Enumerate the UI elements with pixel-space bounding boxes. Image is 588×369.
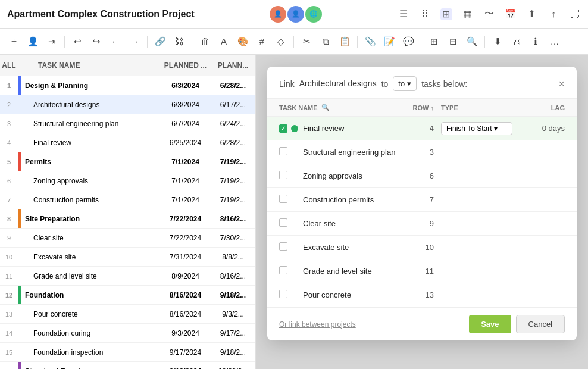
table-row[interactable]: 12 Foundation 8/16/2024 9/18/2...: [0, 286, 255, 305]
col-all[interactable]: ALL: [0, 61, 18, 70]
row-checkbox[interactable]: [279, 266, 291, 276]
attach-button[interactable]: 📎: [361, 33, 379, 51]
table-row[interactable]: 10 Excavate site 7/31/2024 8/8/2...: [0, 248, 255, 267]
diamond-button[interactable]: ◇: [272, 33, 290, 51]
modal-row[interactable]: Grade and level site 11: [267, 259, 577, 283]
table-row[interactable]: 9 Clear site 7/22/2024 7/30/2...: [0, 229, 255, 248]
sep6: [421, 36, 421, 48]
row-checkbox[interactable]: [279, 242, 291, 252]
table-row[interactable]: 13 Pour concrete 8/16/2024 9/3/2...: [0, 305, 255, 324]
row-end: 9/17/2...: [211, 329, 255, 337]
row-checkbox[interactable]: [279, 290, 291, 300]
note-button[interactable]: 📝: [380, 33, 398, 51]
row-name: Architectural designs: [21, 101, 160, 109]
col2-button[interactable]: ⊟: [444, 33, 462, 51]
row-end: 6/28/2...: [211, 82, 255, 90]
paint-button[interactable]: 🎨: [234, 33, 252, 51]
export2-button[interactable]: ⬇: [489, 33, 506, 51]
format-a-button[interactable]: A: [215, 33, 233, 51]
table-row[interactable]: 16 Structural Framing 9/18/2024 10/23/2.…: [0, 362, 255, 369]
cut-button[interactable]: ✂: [298, 33, 315, 51]
modal-row[interactable]: Structural engineering plan 3: [267, 140, 577, 164]
col-planned-end: PLANN...: [211, 61, 255, 70]
row-start: 7/22/2024: [160, 215, 211, 223]
grid-active-icon[interactable]: ⊞: [440, 8, 452, 20]
table-row[interactable]: 4 Final review 6/25/2024 6/28/2...: [0, 133, 255, 152]
modal-row[interactable]: Construction permits 7: [267, 188, 577, 212]
table-row[interactable]: 6 Zoning approvals 7/1/2024 7/19/2...: [0, 171, 255, 190]
add-person-button[interactable]: 👤: [24, 33, 42, 51]
table-row[interactable]: 2 Architectural designs 6/3/2024 6/17/2.…: [0, 95, 255, 114]
table-row[interactable]: 7 Construction permits 7/1/2024 7/19/2..…: [0, 190, 255, 209]
table-row[interactable]: 3 Structural engineering plan 6/7/2024 6…: [0, 114, 255, 133]
outdent-button[interactable]: ←: [107, 33, 124, 51]
more-button[interactable]: …: [546, 33, 564, 51]
info-button[interactable]: ℹ: [527, 33, 545, 51]
table-row[interactable]: 14 Foundation curing 9/3/2024 9/17/2...: [0, 324, 255, 343]
table-row[interactable]: 15 Foundation inspection 9/17/2024 9/18/…: [0, 343, 255, 362]
bar-chart-icon[interactable]: ⠿: [419, 8, 431, 20]
row-number: 1: [0, 82, 18, 89]
search-icon[interactable]: 🔍: [321, 104, 330, 111]
row-end: 9/18/2...: [211, 291, 255, 299]
task-table: ALL TASK NAME PLANNED ... PLANN... 1 Des…: [0, 55, 256, 369]
modal-row-type: Finish To Start ▾: [434, 122, 517, 135]
row-checkbox[interactable]: [279, 218, 291, 229]
print-button[interactable]: 🖨: [508, 33, 526, 51]
indent-button[interactable]: ⇥: [43, 33, 61, 51]
paste-button[interactable]: 📋: [336, 33, 354, 51]
row-checkbox[interactable]: [279, 171, 291, 181]
modal-row-name: Pour concrete: [303, 290, 398, 299]
save-button[interactable]: Save: [469, 315, 511, 333]
modal-row[interactable]: Excavate site 10: [267, 236, 577, 259]
close-icon[interactable]: ×: [558, 79, 565, 89]
table-row[interactable]: 8 Site Preparation 7/22/2024 8/16/2...: [0, 209, 255, 229]
table-row[interactable]: 5 Permits 7/1/2024 7/19/2...: [0, 152, 255, 171]
copy-button[interactable]: ⧉: [317, 33, 334, 51]
row-name: Grade and level site: [21, 272, 160, 280]
col1-button[interactable]: ⊞: [425, 33, 443, 51]
export-icon[interactable]: ⬆: [526, 8, 538, 20]
row-start: 7/31/2024: [160, 253, 211, 261]
menu-icon[interactable]: ☰: [398, 8, 409, 20]
col-task-name: TASK NAME: [36, 61, 160, 70]
add-button[interactable]: ＋: [5, 33, 23, 51]
cancel-button[interactable]: Cancel: [516, 315, 565, 333]
calendar-icon[interactable]: 📅: [505, 8, 517, 20]
row-checkbox[interactable]: [279, 195, 291, 205]
modal-row[interactable]: Zoning approvals 6: [267, 164, 577, 188]
expand-icon[interactable]: ⛶: [569, 8, 581, 20]
table-row[interactable]: 1 Design & Planning 6/3/2024 6/28/2...: [0, 76, 255, 95]
wave-icon[interactable]: 〜: [483, 8, 495, 20]
zoom-button[interactable]: 🔍: [463, 33, 481, 51]
modal-row[interactable]: Pour concrete 13: [267, 283, 577, 307]
undo-button[interactable]: ↩: [68, 33, 86, 51]
col-row-header[interactable]: ROW ↑: [398, 104, 434, 111]
table-icon[interactable]: ▦: [462, 8, 474, 20]
delete-button[interactable]: 🗑: [196, 33, 214, 51]
redo-button[interactable]: ↪: [87, 33, 105, 51]
number-button[interactable]: #: [253, 33, 271, 51]
modal-direction-dropdown[interactable]: to ▾: [393, 76, 417, 91]
comment-button[interactable]: 💬: [399, 33, 417, 51]
row-checkbox[interactable]: [279, 147, 291, 157]
unlink-button[interactable]: ⛓: [170, 33, 188, 51]
row-start: 6/3/2024: [160, 101, 211, 109]
row-start: 8/16/2024: [160, 310, 211, 318]
row-number: 7: [0, 196, 18, 204]
row-start: 9/18/2024: [160, 367, 211, 370]
table-row[interactable]: 11 Grade and level site 8/9/2024 8/16/2.…: [0, 267, 255, 286]
indentmore-button[interactable]: →: [126, 33, 143, 51]
link-between-projects[interactable]: Or link between projects: [279, 320, 356, 329]
modal-row[interactable]: Clear site 9: [267, 212, 577, 236]
link-button[interactable]: 🔗: [151, 33, 169, 51]
link-modal: Link Architectural designs to to ▾ tasks…: [267, 67, 577, 340]
share-icon[interactable]: ↑: [548, 8, 559, 20]
row-dot: [291, 125, 298, 132]
modal-overlay: Link Architectural designs to to ▾ tasks…: [256, 55, 588, 369]
type-dropdown[interactable]: Finish To Start ▾: [441, 122, 512, 135]
row-checkbox[interactable]: ✓: [279, 124, 291, 133]
row-number: 13: [0, 311, 18, 318]
modal-row[interactable]: ✓ Final review 4 Finish To Start ▾ 0 day…: [267, 117, 577, 140]
row-end: 8/8/2...: [211, 253, 255, 261]
